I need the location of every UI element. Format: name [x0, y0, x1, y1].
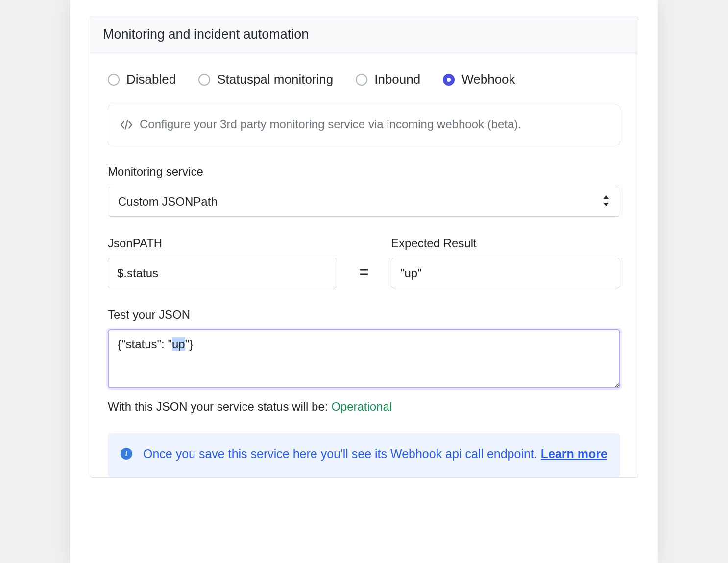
- status-prefix: With this JSON your service status will …: [108, 400, 331, 413]
- expected-result-label: Expected Result: [391, 236, 620, 250]
- monitoring-service-value: Custom JSONPath: [118, 195, 218, 208]
- radio-label: Disabled: [126, 72, 176, 87]
- radio-label: Inbound: [374, 72, 420, 87]
- monitoring-service-label: Monitoring service: [108, 165, 620, 179]
- radio-disabled[interactable]: Disabled: [108, 72, 176, 87]
- radio-statuspal-monitoring[interactable]: Statuspal monitoring: [198, 72, 333, 87]
- jsonpath-label: JsonPATH: [108, 236, 337, 250]
- monitoring-mode-radios: Disabled Statuspal monitoring Inbound We…: [108, 72, 620, 87]
- jsonpath-input[interactable]: [108, 258, 337, 288]
- status-result-line: With this JSON your service status will …: [108, 400, 620, 414]
- test-json-textarea[interactable]: [108, 329, 620, 388]
- equals-sign: =: [337, 262, 391, 288]
- radio-webhook[interactable]: Webhook: [443, 72, 515, 87]
- monitoring-service-select[interactable]: Custom JSONPath: [108, 187, 620, 217]
- radio-icon: [198, 74, 210, 86]
- test-json-label: Test your JSON: [108, 308, 620, 322]
- radio-label: Statuspal monitoring: [217, 72, 333, 87]
- alert-text: Once you save this service here you'll s…: [143, 447, 541, 461]
- webhook-hint-text: Configure your 3rd party monitoring serv…: [140, 115, 521, 133]
- learn-more-link[interactable]: Learn more: [541, 447, 607, 461]
- code-icon: [120, 117, 133, 135]
- status-value: Operational: [331, 400, 392, 413]
- webhook-hint-box: Configure your 3rd party monitoring serv…: [108, 105, 620, 145]
- card-title: Monitoring and incident automation: [90, 16, 638, 53]
- radio-icon-selected: [443, 74, 455, 86]
- save-hint-alert: i Once you save this service here you'll…: [108, 433, 620, 477]
- svg-line-0: [125, 120, 127, 129]
- chevron-up-down-icon: [603, 195, 609, 208]
- radio-inbound[interactable]: Inbound: [356, 72, 420, 87]
- info-icon: i: [121, 448, 132, 460]
- radio-label: Webhook: [461, 72, 515, 87]
- radio-icon: [356, 74, 367, 86]
- radio-icon: [108, 74, 120, 86]
- expected-result-input[interactable]: [391, 258, 620, 288]
- monitoring-card: Monitoring and incident automation Disab…: [90, 16, 638, 478]
